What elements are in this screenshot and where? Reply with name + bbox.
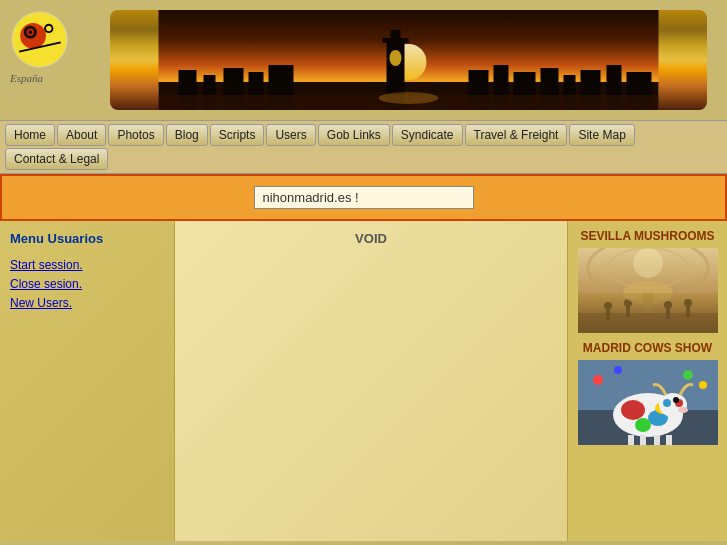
- banner-input[interactable]: [254, 186, 474, 209]
- svg-rect-60: [666, 435, 672, 445]
- sidebar-title: Menu Usuarios: [10, 231, 164, 246]
- svg-point-63: [683, 370, 693, 380]
- svg-rect-58: [640, 435, 646, 445]
- svg-point-6: [46, 26, 52, 32]
- svg-rect-59: [654, 435, 660, 445]
- svg-rect-18: [391, 30, 401, 45]
- nav-btn-travel[interactable]: Travel & Freight: [465, 124, 568, 146]
- svg-point-56: [678, 407, 688, 413]
- svg-point-36: [624, 299, 632, 307]
- svg-point-61: [593, 375, 603, 385]
- right-section-title-0: SEVILLA MUSHROOMS: [576, 229, 719, 243]
- main-content: Menu Usuarios Start session.Close sesion…: [0, 221, 727, 541]
- svg-rect-35: [606, 310, 610, 320]
- svg-point-19: [390, 50, 402, 66]
- photo-1[interactable]: [578, 360, 718, 445]
- svg-point-55: [673, 397, 679, 403]
- nav-btn-goblinks[interactable]: Gob Links: [318, 124, 390, 146]
- banner-strip: [0, 174, 727, 221]
- photo-0[interactable]: [578, 248, 718, 333]
- svg-rect-57: [628, 435, 634, 445]
- logo-text: España: [10, 72, 43, 84]
- sidebar-link-close-session[interactable]: Close sesion.: [10, 277, 164, 291]
- left-sidebar: Menu Usuarios Start session.Close sesion…: [0, 221, 175, 541]
- logo-area: España: [10, 10, 100, 110]
- nav-btn-photos[interactable]: Photos: [108, 124, 163, 146]
- sidebar-link-new-users[interactable]: New Users.: [10, 296, 164, 310]
- svg-rect-33: [578, 313, 718, 333]
- navbar: HomeAboutPhotosBlogScriptsUsersGob Links…: [0, 120, 727, 174]
- svg-point-38: [664, 301, 672, 309]
- center-title: VOID: [185, 231, 557, 246]
- right-sidebar: SEVILLA MUSHROOMS: [567, 221, 727, 541]
- svg-rect-41: [686, 307, 690, 317]
- svg-rect-43: [642, 293, 654, 313]
- svg-point-52: [659, 393, 687, 417]
- banner-scene: [110, 10, 707, 110]
- photo-content-0: [578, 248, 718, 333]
- svg-point-50: [635, 418, 651, 432]
- nav-btn-scripts[interactable]: Scripts: [210, 124, 265, 146]
- svg-point-62: [614, 366, 622, 374]
- svg-point-44: [633, 248, 663, 278]
- photo-content-1: [578, 360, 718, 445]
- nav-btn-about[interactable]: About: [57, 124, 106, 146]
- svg-rect-39: [666, 309, 670, 319]
- header: España www.nihonmadrid.es: [0, 0, 727, 120]
- nav-btn-sitemap[interactable]: Site Map: [569, 124, 634, 146]
- svg-point-29: [379, 92, 439, 104]
- nav-btn-users[interactable]: Users: [266, 124, 315, 146]
- svg-point-40: [684, 299, 692, 307]
- center-content: VOID: [175, 221, 567, 541]
- right-section-title-1: MADRID COWS SHOW: [576, 341, 719, 355]
- svg-point-64: [699, 381, 707, 389]
- header-banner: www.nihonmadrid.es: [110, 10, 707, 110]
- nav-btn-blog[interactable]: Blog: [166, 124, 208, 146]
- svg-point-42: [623, 281, 673, 305]
- svg-rect-37: [626, 307, 630, 317]
- nav-btn-home[interactable]: Home: [5, 124, 55, 146]
- nav-btn-syndicate[interactable]: Syndicate: [392, 124, 463, 146]
- svg-point-48: [621, 400, 645, 420]
- svg-point-34: [604, 302, 612, 310]
- svg-point-4: [28, 30, 32, 34]
- svg-point-54: [663, 399, 671, 407]
- nav-btn-contact[interactable]: Contact & Legal: [5, 148, 108, 170]
- logo-icon: [10, 10, 70, 70]
- sidebar-link-start-session[interactable]: Start session.: [10, 258, 164, 272]
